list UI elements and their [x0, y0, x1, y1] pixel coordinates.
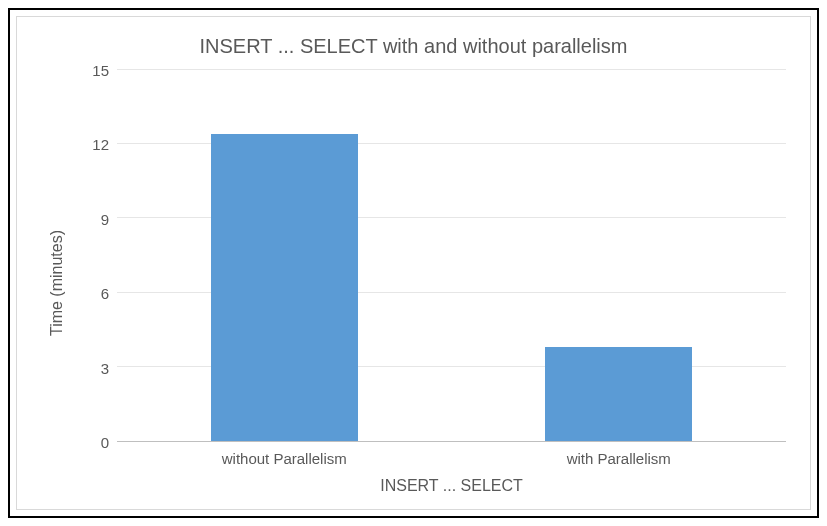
x-axis-categories: without Parallelism with Parallelism	[117, 442, 786, 467]
chart-inner-frame: INSERT ... SELECT with and without paral…	[16, 16, 811, 510]
chart-outer-frame: INSERT ... SELECT with and without paral…	[8, 8, 819, 518]
y-tick: 6	[73, 286, 109, 301]
plot-row: 0 3 6 9 12 15	[73, 70, 786, 442]
y-axis-label: Time (minutes)	[48, 229, 66, 335]
x-axis-label: INSERT ... SELECT	[117, 467, 786, 495]
bar-without-parallelism	[211, 134, 358, 441]
y-tick: 3	[73, 360, 109, 375]
bar-slot	[452, 70, 787, 441]
y-tick: 9	[73, 211, 109, 226]
y-axis-label-wrap: Time (minutes)	[41, 70, 73, 495]
bar-slot	[117, 70, 452, 441]
x-category: without Parallelism	[117, 442, 452, 467]
y-axis-ticks: 0 3 6 9 12 15	[73, 70, 117, 442]
x-category: with Parallelism	[452, 442, 787, 467]
y-tick: 0	[73, 435, 109, 450]
bars-container	[117, 70, 786, 441]
plot-column: 0 3 6 9 12 15	[73, 70, 786, 495]
plot-area	[117, 70, 786, 442]
y-tick: 15	[73, 63, 109, 78]
bar-with-parallelism	[545, 347, 692, 441]
chart-body: Time (minutes) 0 3 6 9 12 15	[41, 70, 786, 495]
y-tick: 12	[73, 137, 109, 152]
chart-title: INSERT ... SELECT with and without paral…	[41, 35, 786, 58]
